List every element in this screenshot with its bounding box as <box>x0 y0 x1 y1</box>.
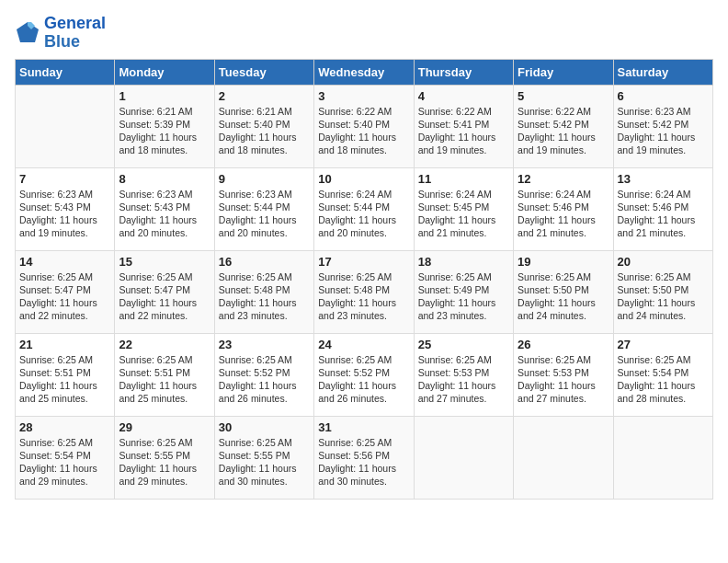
calendar-body: 1Sunrise: 6:21 AM Sunset: 5:39 PM Daylig… <box>16 85 713 499</box>
logo-icon <box>15 20 40 46</box>
day-info: Sunrise: 6:25 AM Sunset: 5:47 PM Dayligh… <box>119 270 210 323</box>
day-info: Sunrise: 6:25 AM Sunset: 5:51 PM Dayligh… <box>119 353 210 406</box>
day-number: 28 <box>19 420 110 434</box>
day-info: Sunrise: 6:25 AM Sunset: 5:54 PM Dayligh… <box>618 353 709 406</box>
day-number: 26 <box>518 338 609 351</box>
day-info: Sunrise: 6:25 AM Sunset: 5:50 PM Dayligh… <box>518 270 609 323</box>
header-day: Wednesday <box>314 59 414 85</box>
calendar-cell: 29Sunrise: 6:25 AM Sunset: 5:55 PM Dayli… <box>115 416 214 499</box>
calendar-cell: 11Sunrise: 6:24 AM Sunset: 5:45 PM Dayli… <box>414 167 513 250</box>
calendar-cell: 10Sunrise: 6:24 AM Sunset: 5:44 PM Dayli… <box>314 167 414 250</box>
header-day: Thursday <box>414 59 513 85</box>
day-info: Sunrise: 6:25 AM Sunset: 5:54 PM Dayligh… <box>19 436 110 488</box>
page-header: General Blue <box>15 15 713 52</box>
day-number: 16 <box>219 255 310 269</box>
day-info: Sunrise: 6:24 AM Sunset: 5:46 PM Dayligh… <box>618 188 709 240</box>
day-number: 20 <box>618 255 709 269</box>
day-info: Sunrise: 6:25 AM Sunset: 5:53 PM Dayligh… <box>518 353 609 406</box>
day-number: 30 <box>219 420 310 434</box>
day-number: 17 <box>318 255 409 269</box>
day-info: Sunrise: 6:23 AM Sunset: 5:43 PM Dayligh… <box>119 188 210 240</box>
calendar-cell: 3Sunrise: 6:22 AM Sunset: 5:40 PM Daylig… <box>314 85 414 167</box>
day-number: 7 <box>19 172 110 186</box>
calendar-cell: 25Sunrise: 6:25 AM Sunset: 5:53 PM Dayli… <box>414 333 513 416</box>
day-info: Sunrise: 6:23 AM Sunset: 5:43 PM Dayligh… <box>19 188 110 240</box>
day-number: 25 <box>418 338 509 351</box>
calendar-cell: 20Sunrise: 6:25 AM Sunset: 5:50 PM Dayli… <box>613 250 712 333</box>
calendar-week: 28Sunrise: 6:25 AM Sunset: 5:54 PM Dayli… <box>16 416 713 499</box>
header-day: Friday <box>514 59 613 85</box>
day-info: Sunrise: 6:25 AM Sunset: 5:56 PM Dayligh… <box>318 436 409 488</box>
calendar-cell: 26Sunrise: 6:25 AM Sunset: 5:53 PM Dayli… <box>514 333 613 416</box>
day-info: Sunrise: 6:23 AM Sunset: 5:44 PM Dayligh… <box>219 188 310 240</box>
day-info: Sunrise: 6:22 AM Sunset: 5:41 PM Dayligh… <box>418 105 509 157</box>
calendar-cell: 19Sunrise: 6:25 AM Sunset: 5:50 PM Dayli… <box>514 250 613 333</box>
calendar-cell: 16Sunrise: 6:25 AM Sunset: 5:48 PM Dayli… <box>214 250 313 333</box>
day-number: 27 <box>618 338 709 351</box>
day-number: 5 <box>518 89 609 103</box>
day-number: 18 <box>418 255 509 269</box>
calendar-cell: 24Sunrise: 6:25 AM Sunset: 5:52 PM Dayli… <box>314 333 414 416</box>
day-info: Sunrise: 6:25 AM Sunset: 5:48 PM Dayligh… <box>219 270 310 323</box>
day-info: Sunrise: 6:21 AM Sunset: 5:39 PM Dayligh… <box>119 105 210 157</box>
calendar-table: SundayMondayTuesdayWednesdayThursdayFrid… <box>15 59 713 500</box>
calendar-cell: 27Sunrise: 6:25 AM Sunset: 5:54 PM Dayli… <box>613 333 712 416</box>
calendar-cell: 31Sunrise: 6:25 AM Sunset: 5:56 PM Dayli… <box>314 416 414 499</box>
calendar-cell: 30Sunrise: 6:25 AM Sunset: 5:55 PM Dayli… <box>214 416 313 499</box>
day-info: Sunrise: 6:25 AM Sunset: 5:48 PM Dayligh… <box>318 270 409 323</box>
day-number: 6 <box>618 89 709 103</box>
calendar-cell: 12Sunrise: 6:24 AM Sunset: 5:46 PM Dayli… <box>514 167 613 250</box>
calendar-cell <box>514 416 613 499</box>
day-info: Sunrise: 6:25 AM Sunset: 5:47 PM Dayligh… <box>19 270 110 323</box>
day-number: 2 <box>219 89 310 103</box>
header-day: Tuesday <box>214 59 313 85</box>
day-number: 19 <box>518 255 609 269</box>
day-info: Sunrise: 6:22 AM Sunset: 5:40 PM Dayligh… <box>318 105 409 157</box>
day-number: 13 <box>618 172 709 186</box>
day-number: 3 <box>318 89 409 103</box>
day-info: Sunrise: 6:24 AM Sunset: 5:46 PM Dayligh… <box>518 188 609 240</box>
day-info: Sunrise: 6:25 AM Sunset: 5:55 PM Dayligh… <box>219 436 310 488</box>
logo: General Blue <box>15 15 106 52</box>
day-info: Sunrise: 6:23 AM Sunset: 5:42 PM Dayligh… <box>618 105 709 157</box>
day-number: 12 <box>518 172 609 186</box>
day-info: Sunrise: 6:22 AM Sunset: 5:42 PM Dayligh… <box>518 105 609 157</box>
calendar-cell: 5Sunrise: 6:22 AM Sunset: 5:42 PM Daylig… <box>514 85 613 167</box>
header-day: Monday <box>115 59 214 85</box>
calendar-cell: 14Sunrise: 6:25 AM Sunset: 5:47 PM Dayli… <box>16 250 115 333</box>
calendar-cell: 6Sunrise: 6:23 AM Sunset: 5:42 PM Daylig… <box>613 85 712 167</box>
day-info: Sunrise: 6:24 AM Sunset: 5:44 PM Dayligh… <box>318 188 409 240</box>
day-number: 21 <box>19 338 110 351</box>
calendar-cell: 2Sunrise: 6:21 AM Sunset: 5:40 PM Daylig… <box>214 85 313 167</box>
calendar-cell: 23Sunrise: 6:25 AM Sunset: 5:52 PM Dayli… <box>214 333 313 416</box>
calendar-cell: 9Sunrise: 6:23 AM Sunset: 5:44 PM Daylig… <box>214 167 313 250</box>
header-day: Sunday <box>16 59 115 85</box>
calendar-week: 1Sunrise: 6:21 AM Sunset: 5:39 PM Daylig… <box>16 85 713 167</box>
calendar-cell: 1Sunrise: 6:21 AM Sunset: 5:39 PM Daylig… <box>115 85 214 167</box>
day-number: 31 <box>318 420 409 434</box>
calendar-cell: 28Sunrise: 6:25 AM Sunset: 5:54 PM Dayli… <box>16 416 115 499</box>
day-number: 1 <box>119 89 210 103</box>
day-info: Sunrise: 6:25 AM Sunset: 5:50 PM Dayligh… <box>618 270 709 323</box>
day-info: Sunrise: 6:25 AM Sunset: 5:49 PM Dayligh… <box>418 270 509 323</box>
calendar-cell <box>16 85 115 167</box>
calendar-cell: 7Sunrise: 6:23 AM Sunset: 5:43 PM Daylig… <box>16 167 115 250</box>
day-number: 14 <box>19 255 110 269</box>
day-number: 22 <box>119 338 210 351</box>
calendar-week: 21Sunrise: 6:25 AM Sunset: 5:51 PM Dayli… <box>16 333 713 416</box>
day-number: 11 <box>418 172 509 186</box>
day-number: 8 <box>119 172 210 186</box>
day-number: 9 <box>219 172 310 186</box>
day-info: Sunrise: 6:25 AM Sunset: 5:53 PM Dayligh… <box>418 353 509 406</box>
header-day: Saturday <box>613 59 712 85</box>
calendar-cell: 15Sunrise: 6:25 AM Sunset: 5:47 PM Dayli… <box>115 250 214 333</box>
day-info: Sunrise: 6:25 AM Sunset: 5:52 PM Dayligh… <box>219 353 310 406</box>
day-info: Sunrise: 6:25 AM Sunset: 5:55 PM Dayligh… <box>119 436 210 488</box>
day-number: 10 <box>318 172 409 186</box>
calendar-cell <box>613 416 712 499</box>
calendar-cell: 21Sunrise: 6:25 AM Sunset: 5:51 PM Dayli… <box>16 333 115 416</box>
day-number: 4 <box>418 89 509 103</box>
calendar-week: 14Sunrise: 6:25 AM Sunset: 5:47 PM Dayli… <box>16 250 713 333</box>
day-number: 23 <box>219 338 310 351</box>
day-info: Sunrise: 6:25 AM Sunset: 5:52 PM Dayligh… <box>318 353 409 406</box>
